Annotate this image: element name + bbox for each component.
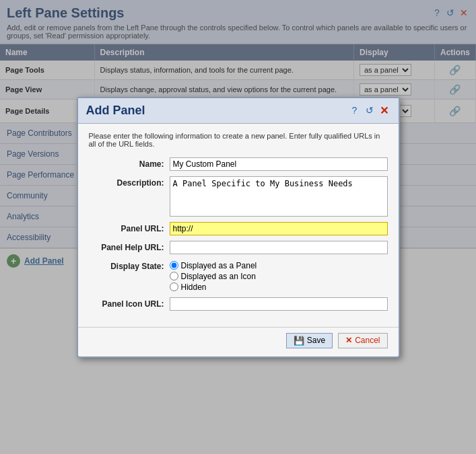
form-label-panel-url: Panel URL: bbox=[89, 222, 170, 233]
cancel-label: Cancel bbox=[355, 336, 380, 345]
modal-refresh-icon[interactable]: ↺ bbox=[364, 104, 376, 116]
cancel-button[interactable]: ✕ Cancel bbox=[338, 333, 387, 348]
modal-close-icon[interactable]: ✕ bbox=[378, 104, 390, 116]
modal-body: Please enter the following information t… bbox=[78, 124, 399, 324]
radio-label-hidden: Hidden bbox=[181, 282, 207, 292]
radio-input-panel[interactable] bbox=[170, 261, 178, 270]
radio-input-icon[interactable] bbox=[170, 272, 178, 280]
description-textarea[interactable]: A Panel Specific to My Business Needs bbox=[170, 176, 388, 217]
form-row-panel-help-url: Panel Help URL: bbox=[89, 241, 388, 254]
radio-displayed-as-panel[interactable]: Displayed as a Panel bbox=[170, 261, 257, 270]
modal-description: Please enter the following information t… bbox=[89, 132, 388, 148]
radio-label-icon: Displayed as an Icon bbox=[181, 272, 256, 281]
display-state-radio-group: Displayed as a Panel Displayed as an Ico… bbox=[170, 260, 257, 292]
radio-input-hidden[interactable] bbox=[170, 282, 178, 291]
save-label: Save bbox=[307, 336, 325, 345]
radio-displayed-as-icon[interactable]: Displayed as an Icon bbox=[170, 272, 257, 281]
modal-help-icon[interactable]: ? bbox=[349, 104, 361, 116]
main-container: Left Pane Settings ? ↺ ✕ Add, edit or re… bbox=[0, 0, 476, 454]
save-button[interactable]: 💾 Save bbox=[286, 333, 333, 348]
form-row-panel-url: Panel URL: bbox=[89, 222, 388, 235]
form-row-display-state: Display State: Displayed as a Panel Disp… bbox=[89, 260, 388, 292]
form-row-description: Description: A Panel Specific to My Busi… bbox=[89, 176, 388, 217]
modal-footer: 💾 Save ✕ Cancel bbox=[78, 327, 399, 356]
modal-header: Add Panel ? ↺ ✕ bbox=[78, 98, 399, 124]
modal-title: Add Panel bbox=[86, 104, 145, 118]
name-input[interactable] bbox=[170, 157, 388, 171]
radio-label-panel: Displayed as a Panel bbox=[181, 261, 257, 270]
form-row-name: Name: bbox=[89, 157, 388, 171]
form-row-panel-icon-url: Panel Icon URL: bbox=[89, 297, 388, 311]
form-label-name: Name: bbox=[89, 157, 170, 169]
cancel-icon: ✕ bbox=[345, 336, 352, 345]
modal-header-icons: ? ↺ ✕ bbox=[349, 104, 390, 116]
form-label-description: Description: bbox=[89, 176, 170, 188]
form-label-panel-help-url: Panel Help URL: bbox=[89, 241, 170, 252]
form-label-display-state: Display State: bbox=[89, 260, 170, 271]
panel-url-input[interactable] bbox=[170, 222, 388, 235]
panel-icon-url-input[interactable] bbox=[170, 297, 388, 311]
form-label-panel-icon-url: Panel Icon URL: bbox=[89, 297, 170, 309]
panel-help-url-input[interactable] bbox=[170, 241, 388, 254]
radio-hidden[interactable]: Hidden bbox=[170, 282, 257, 292]
modal-overlay: Add Panel ? ↺ ✕ Please enter the followi… bbox=[0, 0, 476, 454]
save-icon: 💾 bbox=[294, 336, 304, 346]
add-panel-dialog: Add Panel ? ↺ ✕ Please enter the followi… bbox=[77, 97, 400, 358]
